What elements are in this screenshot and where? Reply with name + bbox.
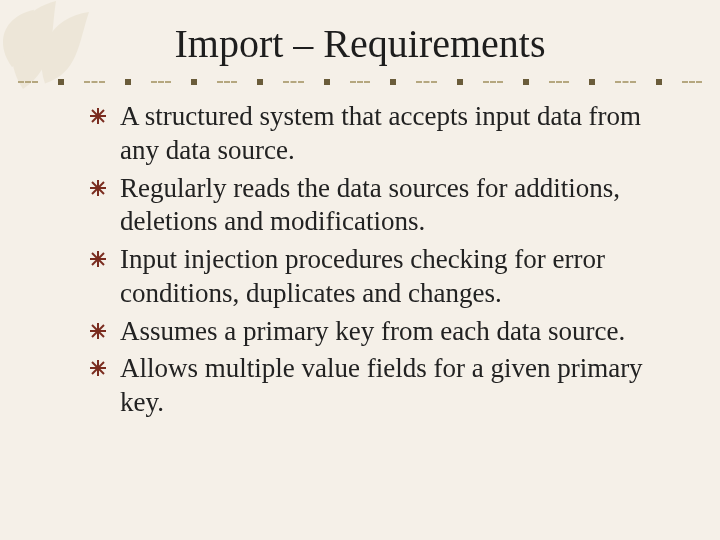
- list-item-text: Assumes a primary key from each data sou…: [120, 315, 625, 349]
- slide: Import – Requirements A structured syste…: [0, 0, 720, 540]
- list-item-text: Input injection procedures checking for …: [120, 243, 660, 311]
- bullet-icon: [90, 180, 106, 196]
- list-item: Allows multiple value fields for a given…: [90, 352, 660, 420]
- list-item-text: Allows multiple value fields for a given…: [120, 352, 660, 420]
- page-title: Import – Requirements: [0, 20, 720, 67]
- title-divider: [18, 78, 702, 86]
- list-item: Regularly reads the data sources for add…: [90, 172, 660, 240]
- bullet-list: A structured system that accepts input d…: [90, 100, 660, 424]
- list-item-text: A structured system that accepts input d…: [120, 100, 660, 168]
- bullet-icon: [90, 360, 106, 376]
- list-item: A structured system that accepts input d…: [90, 100, 660, 168]
- list-item-text: Regularly reads the data sources for add…: [120, 172, 660, 240]
- list-item: Assumes a primary key from each data sou…: [90, 315, 660, 349]
- list-item: Input injection procedures checking for …: [90, 243, 660, 311]
- bullet-icon: [90, 251, 106, 267]
- bullet-icon: [90, 108, 106, 124]
- bullet-icon: [90, 323, 106, 339]
